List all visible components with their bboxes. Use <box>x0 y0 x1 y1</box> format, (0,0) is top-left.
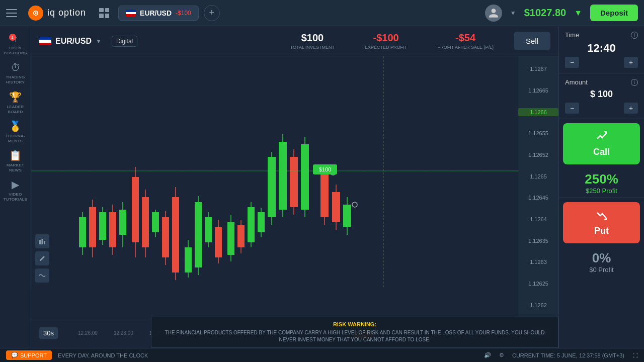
price-level-1266[interactable]: 1.1266 <box>518 108 558 116</box>
asset-dropdown-arrow[interactable]: ▼ <box>96 38 102 45</box>
price-labels: 1.1267 1.12665 1.1266 1.12655 1.12652 1.… <box>518 56 558 318</box>
settings-icon[interactable]: ⚙ <box>499 352 504 358</box>
current-time: CURRENT TIME: 5 JUNE, 12:37:58 (GMT+3) <box>512 352 624 358</box>
amount-section-header: Amount i <box>565 78 638 86</box>
expected-profit-block: -$100 EXPECTED PROFIT <box>365 32 407 50</box>
user-avatar[interactable] <box>485 5 502 22</box>
time-display: 12:40 <box>565 42 638 55</box>
amount-increase-button[interactable]: + <box>624 103 638 114</box>
fullscreen-icon[interactable]: ⛶ <box>632 352 638 358</box>
market-news-icon: 📋 <box>9 149 22 161</box>
candlestick-chart: $100 <box>31 56 558 288</box>
sell-button[interactable]: Sell <box>514 32 550 50</box>
open-positions-badge: 1 <box>9 34 16 41</box>
sidebar-item-leaderboard[interactable]: 🏆 LEADER BOARD <box>2 88 30 117</box>
call-icon <box>596 130 608 145</box>
risk-warning-text: THE FINANCIAL PRODUCTS OFFERED BY THE CO… <box>159 329 550 343</box>
sidebar-item-video-tutorials[interactable]: ▶ VIDEO TUTORIALS <box>2 176 30 204</box>
price-level-1265[interactable]: 1.1265 <box>518 172 558 180</box>
time-label: Time <box>565 31 579 39</box>
time-section-header: Time i <box>565 31 638 39</box>
amount-info-icon[interactable]: i <box>631 79 638 86</box>
profit-after-sale-value: -$54 <box>455 32 475 44</box>
price-level-12645[interactable]: 1.12645 <box>518 194 558 202</box>
menu-button[interactable] <box>6 5 22 21</box>
deposit-button[interactable]: Deposit <box>590 5 638 21</box>
asset-selector[interactable]: EUR/USD -$100 <box>118 6 199 21</box>
call-button[interactable]: Call <box>563 123 640 164</box>
grid-view-button[interactable] <box>96 5 112 21</box>
put-label: Put <box>594 226 609 236</box>
svg-rect-14 <box>109 212 116 247</box>
amount-section: Amount i $ 100 − + <box>559 73 644 119</box>
svg-rect-38 <box>195 202 202 267</box>
price-level-1264[interactable]: 1.1264 <box>518 215 558 223</box>
asset-change: -$100 <box>176 10 191 17</box>
svg-rect-41 <box>205 217 212 242</box>
svg-rect-32 <box>172 197 179 273</box>
left-sidebar: ↑ 1 OPEN POSITIONS ⏱ TRADING HISTORY 🏆 L… <box>0 26 31 348</box>
support-button[interactable]: 💬 SUPPORT <box>6 350 52 360</box>
add-asset-button[interactable]: + <box>204 5 220 21</box>
total-investment-label: TOTAL INVESTMENT <box>290 45 335 50</box>
video-tutorials-icon: ▶ <box>12 178 19 191</box>
price-level-12665[interactable]: 1.12665 <box>518 86 558 95</box>
price-level-1263[interactable]: 1.1263 <box>518 258 558 266</box>
account-balance[interactable]: $1027.80 <box>524 7 566 19</box>
sidebar-item-trading-history[interactable]: ⏱ TRADING HISTORY <box>2 59 30 87</box>
svg-rect-86 <box>39 240 41 244</box>
put-section: Put <box>559 198 644 247</box>
svg-point-1 <box>35 12 36 14</box>
sidebar-item-market-news[interactable]: 📋 MARKET NEWS <box>2 147 30 175</box>
price-level-12655[interactable]: 1.12655 <box>518 129 558 137</box>
price-level-12635[interactable]: 1.12635 <box>518 237 558 245</box>
time-section: Time i 12:40 − + <box>559 26 644 73</box>
expected-profit-label: EXPECTED PROFIT <box>365 45 407 50</box>
status-right: 🔊 ⚙ CURRENT TIME: 5 JUNE, 12:37:58 (GMT+… <box>484 352 638 358</box>
svg-rect-88 <box>44 241 45 244</box>
chart-asset-display: EUR/USD ▼ <box>39 37 102 46</box>
time-info-icon[interactable]: i <box>631 32 638 39</box>
price-level-12652[interactable]: 1.12652 <box>518 151 558 159</box>
expected-profit-value: -$100 <box>373 32 399 44</box>
risk-warning: RISK WARNING: THE FINANCIAL PRODUCTS OFF… <box>151 317 558 348</box>
pen-tool[interactable] <box>35 251 49 265</box>
time-increase-button[interactable]: + <box>624 57 638 68</box>
price-level-1262[interactable]: 1.1262 <box>518 301 558 309</box>
price-level-1267[interactable]: 1.1267 <box>518 65 558 73</box>
bar-chart-tool[interactable] <box>35 234 49 248</box>
svg-rect-35 <box>185 247 192 273</box>
balance-dropdown[interactable]: ▼ <box>574 9 582 18</box>
leaderboard-icon: 🏆 <box>9 91 22 103</box>
time-decrease-button[interactable]: − <box>565 57 579 68</box>
price-level-12625[interactable]: 1.12625 <box>518 280 558 288</box>
digital-type-button[interactable]: Digital <box>112 36 137 47</box>
time-12-26: 12:26:00 <box>70 330 106 336</box>
svg-rect-50 <box>237 225 245 247</box>
wave-tool[interactable] <box>35 268 49 283</box>
svg-rect-44 <box>215 227 222 257</box>
so-profit-percentage: 0% <box>565 250 638 266</box>
sidebar-item-label: TRADING HISTORY <box>2 75 30 84</box>
volume-icon[interactable]: 🔊 <box>484 352 491 358</box>
eur-usd-flag <box>126 10 136 17</box>
amount-decrease-button[interactable]: − <box>565 103 579 114</box>
status-text: EVERY DAY, AROUND THE CLOCK <box>58 352 148 358</box>
asset-name: EUR/USD <box>140 9 172 17</box>
sidebar-item-tournaments[interactable]: 🥇 TOURNA- MENTS <box>2 118 30 146</box>
put-button[interactable]: Put <box>563 202 640 243</box>
avatar-dropdown[interactable]: ▼ <box>510 10 516 17</box>
svg-rect-68 <box>301 144 309 210</box>
chart-canvas[interactable]: $100 1.1267 1.12665 1.1266 1.12655 1.126… <box>31 56 558 318</box>
svg-rect-53 <box>248 207 255 242</box>
svg-rect-59 <box>268 157 276 217</box>
time-controls: − + <box>565 57 638 68</box>
tf-30s[interactable]: 30s <box>39 327 58 339</box>
svg-rect-65 <box>290 157 298 207</box>
logo-text: iq option <box>47 8 86 18</box>
chart-asset-name: EUR/USD <box>55 37 92 46</box>
sidebar-item-open-positions[interactable]: ↑ 1 OPEN POSITIONS <box>2 30 30 58</box>
chart-asset-flag <box>39 37 51 45</box>
total-investment-value: $100 <box>301 32 324 44</box>
svg-rect-8 <box>89 207 96 247</box>
